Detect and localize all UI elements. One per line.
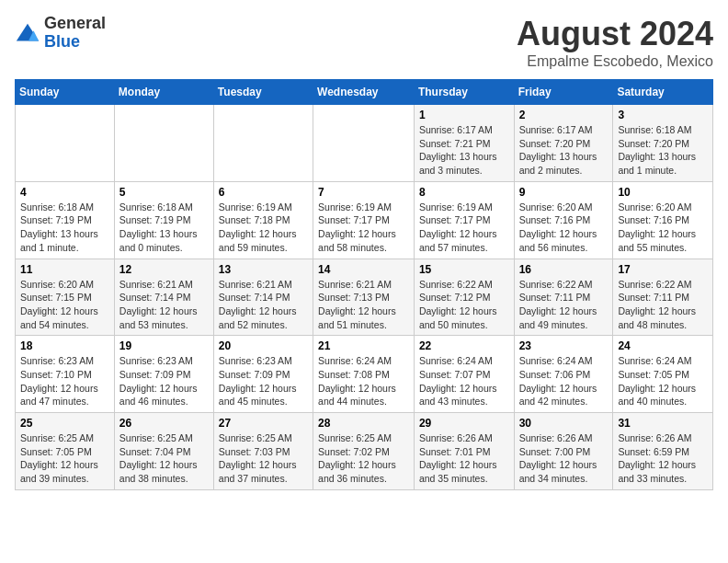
page-header: General Blue August 2024 Empalme Escobed…	[15, 15, 713, 70]
day-number: 23	[519, 339, 609, 352]
header-monday: Monday	[114, 80, 213, 105]
day-info: Sunrise: 6:21 AM Sunset: 7:14 PM Dayligh…	[119, 278, 209, 332]
calendar-cell: 17Sunrise: 6:22 AM Sunset: 7:11 PM Dayli…	[613, 259, 713, 336]
day-info: Sunrise: 6:22 AM Sunset: 7:11 PM Dayligh…	[519, 278, 609, 332]
calendar-cell: 3Sunrise: 6:18 AM Sunset: 7:20 PM Daylig…	[613, 105, 713, 182]
day-info: Sunrise: 6:19 AM Sunset: 7:17 PM Dayligh…	[318, 201, 409, 255]
calendar-cell	[213, 105, 313, 182]
calendar-cell: 5Sunrise: 6:18 AM Sunset: 7:19 PM Daylig…	[114, 181, 213, 259]
calendar-week-5: 25Sunrise: 6:25 AM Sunset: 7:05 PM Dayli…	[16, 413, 713, 490]
calendar-cell: 21Sunrise: 6:24 AM Sunset: 7:08 PM Dayli…	[313, 336, 415, 413]
day-number: 13	[219, 263, 308, 276]
day-number: 3	[618, 109, 708, 121]
day-number: 21	[318, 339, 409, 352]
calendar-week-3: 11Sunrise: 6:20 AM Sunset: 7:15 PM Dayli…	[16, 259, 713, 336]
day-number: 29	[419, 417, 509, 430]
calendar-cell: 13Sunrise: 6:21 AM Sunset: 7:14 PM Dayli…	[213, 259, 313, 336]
calendar-cell: 16Sunrise: 6:22 AM Sunset: 7:11 PM Dayli…	[514, 259, 613, 336]
day-number: 19	[119, 339, 209, 352]
day-number: 12	[119, 263, 209, 276]
calendar-cell: 7Sunrise: 6:19 AM Sunset: 7:17 PM Daylig…	[313, 181, 415, 259]
header-thursday: Thursday	[414, 80, 514, 105]
calendar-cell	[313, 105, 415, 182]
day-number: 25	[20, 417, 109, 430]
day-info: Sunrise: 6:17 AM Sunset: 7:20 PM Dayligh…	[519, 123, 609, 178]
day-info: Sunrise: 6:18 AM Sunset: 7:20 PM Dayligh…	[618, 123, 708, 178]
day-info: Sunrise: 6:25 AM Sunset: 7:05 PM Dayligh…	[20, 431, 109, 486]
day-info: Sunrise: 6:26 AM Sunset: 7:01 PM Dayligh…	[419, 431, 509, 486]
day-info: Sunrise: 6:24 AM Sunset: 7:06 PM Dayligh…	[519, 354, 609, 408]
day-info: Sunrise: 6:22 AM Sunset: 7:11 PM Dayligh…	[618, 278, 708, 332]
logo-text: General Blue	[44, 15, 106, 52]
day-info: Sunrise: 6:19 AM Sunset: 7:18 PM Dayligh…	[219, 201, 308, 255]
calendar-cell: 31Sunrise: 6:26 AM Sunset: 6:59 PM Dayli…	[613, 413, 713, 490]
day-number: 30	[519, 417, 609, 430]
day-number: 15	[419, 263, 509, 276]
calendar-cell: 23Sunrise: 6:24 AM Sunset: 7:06 PM Dayli…	[514, 336, 613, 413]
day-info: Sunrise: 6:25 AM Sunset: 7:03 PM Dayligh…	[219, 431, 308, 486]
calendar-week-2: 4Sunrise: 6:18 AM Sunset: 7:19 PM Daylig…	[16, 181, 713, 259]
title-block: August 2024 Empalme Escobedo, Mexico	[517, 15, 713, 70]
day-info: Sunrise: 6:20 AM Sunset: 7:16 PM Dayligh…	[519, 201, 609, 255]
day-number: 5	[119, 186, 209, 199]
logo-general: General	[44, 15, 106, 33]
day-info: Sunrise: 6:21 AM Sunset: 7:13 PM Dayligh…	[318, 278, 409, 332]
day-info: Sunrise: 6:19 AM Sunset: 7:17 PM Dayligh…	[419, 201, 509, 255]
day-info: Sunrise: 6:20 AM Sunset: 7:15 PM Dayligh…	[20, 278, 109, 332]
calendar-cell: 14Sunrise: 6:21 AM Sunset: 7:13 PM Dayli…	[313, 259, 415, 336]
day-number: 28	[318, 417, 409, 430]
calendar-cell: 10Sunrise: 6:20 AM Sunset: 7:16 PM Dayli…	[613, 181, 713, 259]
day-number: 18	[20, 339, 109, 352]
day-number: 24	[618, 339, 708, 352]
day-info: Sunrise: 6:25 AM Sunset: 7:02 PM Dayligh…	[318, 431, 409, 486]
calendar-week-4: 18Sunrise: 6:23 AM Sunset: 7:10 PM Dayli…	[16, 336, 713, 413]
calendar-cell: 27Sunrise: 6:25 AM Sunset: 7:03 PM Dayli…	[213, 413, 313, 490]
calendar-cell: 25Sunrise: 6:25 AM Sunset: 7:05 PM Dayli…	[16, 413, 115, 490]
day-number: 16	[519, 263, 609, 276]
day-number: 11	[20, 263, 109, 276]
header-sunday: Sunday	[16, 80, 115, 105]
day-info: Sunrise: 6:26 AM Sunset: 7:00 PM Dayligh…	[519, 431, 609, 486]
header-friday: Friday	[514, 80, 613, 105]
day-number: 26	[119, 417, 209, 430]
day-info: Sunrise: 6:23 AM Sunset: 7:10 PM Dayligh…	[20, 354, 109, 408]
day-info: Sunrise: 6:23 AM Sunset: 7:09 PM Dayligh…	[119, 354, 209, 408]
calendar-week-1: 1Sunrise: 6:17 AM Sunset: 7:21 PM Daylig…	[16, 105, 713, 182]
calendar-cell: 12Sunrise: 6:21 AM Sunset: 7:14 PM Dayli…	[114, 259, 213, 336]
calendar-cell: 11Sunrise: 6:20 AM Sunset: 7:15 PM Dayli…	[16, 259, 115, 336]
calendar-cell: 29Sunrise: 6:26 AM Sunset: 7:01 PM Dayli…	[414, 413, 514, 490]
calendar-cell: 9Sunrise: 6:20 AM Sunset: 7:16 PM Daylig…	[514, 181, 613, 259]
calendar-cell: 1Sunrise: 6:17 AM Sunset: 7:21 PM Daylig…	[414, 105, 514, 182]
day-info: Sunrise: 6:21 AM Sunset: 7:14 PM Dayligh…	[219, 278, 308, 332]
logo-blue: Blue	[44, 33, 106, 52]
calendar-table: SundayMondayTuesdayWednesdayThursdayFrid…	[15, 79, 713, 490]
day-info: Sunrise: 6:22 AM Sunset: 7:12 PM Dayligh…	[419, 278, 509, 332]
day-info: Sunrise: 6:20 AM Sunset: 7:16 PM Dayligh…	[618, 201, 708, 255]
calendar-cell: 6Sunrise: 6:19 AM Sunset: 7:18 PM Daylig…	[213, 181, 313, 259]
day-info: Sunrise: 6:17 AM Sunset: 7:21 PM Dayligh…	[419, 123, 509, 178]
day-number: 22	[419, 339, 509, 352]
location-subtitle: Empalme Escobedo, Mexico	[517, 53, 713, 70]
calendar-cell: 15Sunrise: 6:22 AM Sunset: 7:12 PM Dayli…	[414, 259, 514, 336]
calendar-cell: 24Sunrise: 6:24 AM Sunset: 7:05 PM Dayli…	[613, 336, 713, 413]
day-number: 31	[618, 417, 708, 430]
calendar-cell: 30Sunrise: 6:26 AM Sunset: 7:00 PM Dayli…	[514, 413, 613, 490]
day-number: 17	[618, 263, 708, 276]
calendar-cell: 26Sunrise: 6:25 AM Sunset: 7:04 PM Dayli…	[114, 413, 213, 490]
day-info: Sunrise: 6:24 AM Sunset: 7:05 PM Dayligh…	[618, 354, 708, 408]
day-info: Sunrise: 6:18 AM Sunset: 7:19 PM Dayligh…	[20, 201, 109, 255]
header-tuesday: Tuesday	[213, 80, 313, 105]
calendar-cell: 4Sunrise: 6:18 AM Sunset: 7:19 PM Daylig…	[16, 181, 115, 259]
calendar-cell: 2Sunrise: 6:17 AM Sunset: 7:20 PM Daylig…	[514, 105, 613, 182]
day-number: 6	[219, 186, 308, 199]
header-wednesday: Wednesday	[313, 80, 415, 105]
calendar-cell: 8Sunrise: 6:19 AM Sunset: 7:17 PM Daylig…	[414, 181, 514, 259]
day-number: 7	[318, 186, 409, 199]
day-number: 2	[519, 109, 609, 121]
day-number: 14	[318, 263, 409, 276]
day-info: Sunrise: 6:26 AM Sunset: 6:59 PM Dayligh…	[618, 431, 708, 486]
calendar-cell	[114, 105, 213, 182]
month-title: August 2024	[517, 15, 713, 53]
day-info: Sunrise: 6:18 AM Sunset: 7:19 PM Dayligh…	[119, 201, 209, 255]
day-number: 4	[20, 186, 109, 199]
